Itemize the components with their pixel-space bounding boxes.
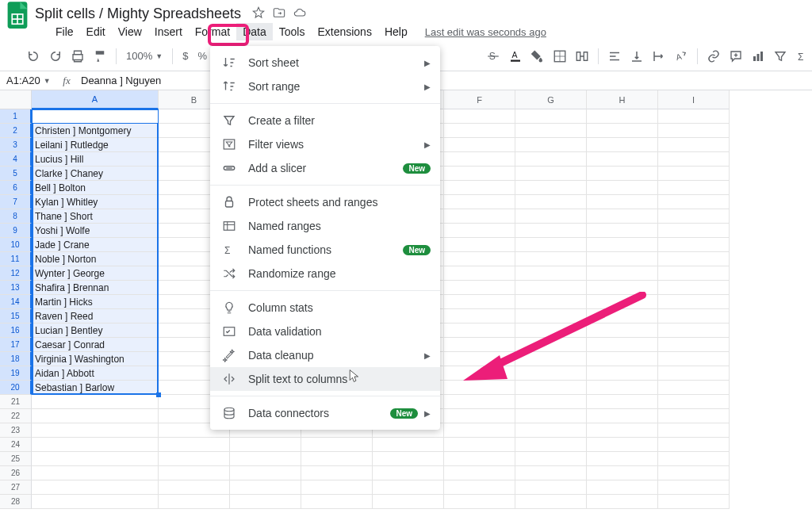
functions-button[interactable]: Σ	[793, 47, 812, 66]
cell[interactable]	[444, 423, 515, 438]
cell[interactable]	[658, 409, 730, 423]
cell[interactable]	[658, 466, 730, 480]
cell[interactable]: Christen ] Montgomery	[32, 124, 159, 138]
menu-format[interactable]: Format	[189, 23, 236, 40]
cell[interactable]	[658, 266, 730, 281]
zoom-select[interactable]: 100%▼	[123, 50, 166, 62]
name-box[interactable]: A1:A20▼	[0, 75, 56, 86]
cell[interactable]	[658, 167, 730, 181]
cell[interactable]	[587, 167, 658, 181]
cell[interactable]	[515, 152, 587, 167]
cell[interactable]	[515, 423, 587, 438]
cell[interactable]	[587, 209, 658, 224]
row-header[interactable]: 22	[0, 409, 32, 423]
cell[interactable]: Jade ] Crane	[32, 238, 159, 252]
cell[interactable]: Virginia ] Washington	[32, 352, 159, 366]
cell[interactable]	[515, 138, 587, 152]
cell[interactable]	[658, 480, 730, 495]
row-header[interactable]: 1	[0, 109, 32, 124]
cell[interactable]	[444, 366, 515, 381]
cell[interactable]	[444, 266, 515, 281]
cell[interactable]	[444, 181, 515, 195]
cell[interactable]	[658, 423, 730, 438]
cell[interactable]	[587, 366, 658, 381]
cell[interactable]	[515, 338, 587, 352]
cell[interactable]	[444, 252, 515, 266]
cell[interactable]	[230, 452, 301, 466]
paint-format-button[interactable]	[90, 47, 109, 66]
cell[interactable]	[587, 281, 658, 295]
cell[interactable]	[658, 281, 730, 295]
cell[interactable]	[587, 238, 658, 252]
cell[interactable]	[444, 209, 515, 224]
cell[interactable]	[658, 152, 730, 167]
cell[interactable]	[515, 252, 587, 266]
cell[interactable]	[444, 152, 515, 167]
cell[interactable]	[301, 480, 373, 495]
cell[interactable]	[32, 466, 159, 480]
cell[interactable]	[444, 124, 515, 138]
cell[interactable]	[444, 409, 515, 423]
text-color-button[interactable]: A	[506, 47, 525, 66]
filter-button[interactable]	[771, 47, 790, 66]
cell[interactable]: Wynter ] George	[32, 266, 159, 281]
cell[interactable]	[515, 195, 587, 209]
cell[interactable]	[444, 352, 515, 366]
row-header[interactable]: 3	[0, 138, 32, 152]
cell[interactable]	[515, 409, 587, 423]
cell[interactable]	[444, 224, 515, 238]
menu-add-slicer[interactable]: Add a slicerNew	[210, 156, 440, 180]
row-header[interactable]: 20	[0, 381, 32, 395]
cell[interactable]	[444, 466, 515, 480]
menu-help[interactable]: Help	[378, 23, 414, 40]
cell[interactable]	[587, 295, 658, 309]
cell[interactable]	[515, 238, 587, 252]
row-header[interactable]: 6	[0, 181, 32, 195]
cell[interactable]	[658, 438, 730, 452]
cell[interactable]	[515, 224, 587, 238]
cell[interactable]	[444, 323, 515, 338]
row-header[interactable]: 19	[0, 366, 32, 381]
cell[interactable]	[32, 438, 159, 452]
doc-title[interactable]: Split cells / Mighty Spreadsheets	[35, 6, 241, 22]
cell[interactable]	[658, 352, 730, 366]
menu-file[interactable]: File	[49, 23, 80, 40]
row-header[interactable]: 10	[0, 238, 32, 252]
row-header[interactable]: 25	[0, 452, 32, 466]
cell[interactable]: Lucian ] Bentley	[32, 323, 159, 338]
cell[interactable]: Kylan ] Whitley	[32, 195, 159, 209]
cell[interactable]	[515, 124, 587, 138]
cell[interactable]: Leilani ] Rutledge	[32, 138, 159, 152]
cell[interactable]	[444, 295, 515, 309]
cell[interactable]	[373, 495, 444, 509]
cell[interactable]	[658, 323, 730, 338]
h-align-button[interactable]	[605, 47, 624, 66]
cell[interactable]	[658, 366, 730, 381]
row-header[interactable]: 4	[0, 152, 32, 167]
cell[interactable]	[658, 138, 730, 152]
cell[interactable]: Bell ] Bolton	[32, 181, 159, 195]
cell[interactable]	[301, 452, 373, 466]
cell[interactable]	[515, 266, 587, 281]
cell[interactable]	[587, 195, 658, 209]
cell[interactable]	[373, 452, 444, 466]
cell[interactable]	[159, 452, 230, 466]
row-header[interactable]: 27	[0, 480, 32, 495]
cell[interactable]	[444, 167, 515, 181]
row-header[interactable]: 21	[0, 395, 32, 409]
cell[interactable]	[444, 338, 515, 352]
v-align-button[interactable]	[627, 47, 646, 66]
row-header[interactable]: 24	[0, 438, 32, 452]
menu-randomize-range[interactable]: Randomize range	[210, 262, 440, 285]
cell[interactable]	[658, 452, 730, 466]
cell[interactable]	[515, 281, 587, 295]
cell[interactable]	[587, 395, 658, 409]
column-header[interactable]: I	[658, 90, 730, 109]
cell[interactable]: Yoshi ] Wolfe	[32, 224, 159, 238]
cell[interactable]	[444, 309, 515, 323]
menu-sort-sheet[interactable]: Sort sheet▶	[210, 51, 440, 75]
cell[interactable]: Thane ] Short	[32, 209, 159, 224]
comment-button[interactable]	[726, 47, 745, 66]
row-header[interactable]: 16	[0, 323, 32, 338]
cell[interactable]	[658, 124, 730, 138]
